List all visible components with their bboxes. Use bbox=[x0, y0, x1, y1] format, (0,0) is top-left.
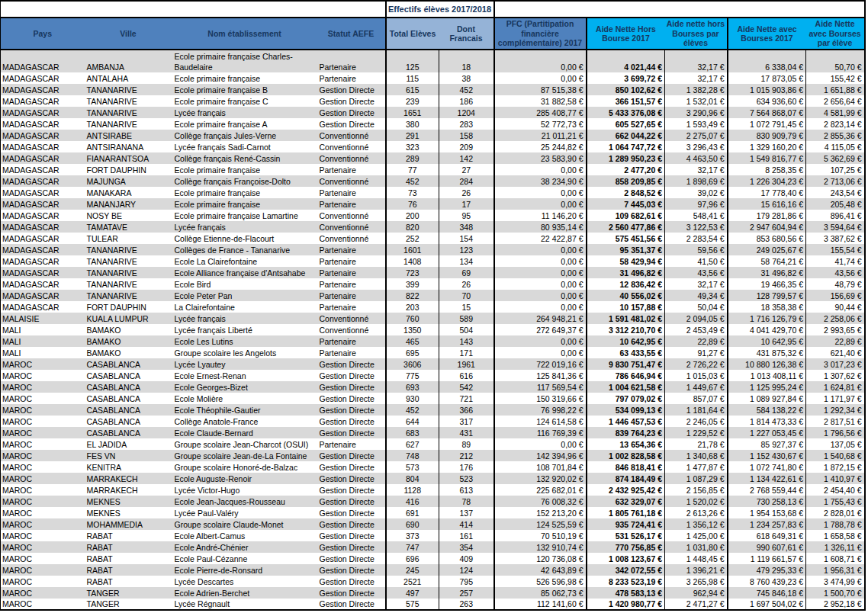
cell-aide-hors-par-eleve[interactable]: 50,04 € bbox=[665, 301, 728, 313]
cell-dont-francais[interactable]: 414 bbox=[439, 518, 494, 530]
col-header-pays[interactable]: Pays bbox=[1, 18, 85, 50]
cell-aide-hors-par-eleve[interactable]: 4 463,50 € bbox=[665, 152, 728, 164]
cell-pays[interactable]: MADAGASCAR bbox=[1, 175, 85, 187]
cell-nom-etablissement[interactable]: Ecole Paul-Cézanne bbox=[172, 553, 317, 564]
cell-pfc-2017[interactable]: 0,00 € bbox=[494, 301, 587, 313]
cell-pfc-2017[interactable]: 70 510,19 € bbox=[494, 530, 587, 541]
cell-ville[interactable]: RABAT bbox=[85, 541, 172, 553]
cell-total-eleves[interactable]: 289 bbox=[386, 152, 439, 164]
cell-pfc-2017[interactable]: 0,00 € bbox=[494, 187, 587, 198]
cell-nom-etablissement[interactable]: Groupe scolaire Jean-Charcot (OSUI) bbox=[172, 438, 317, 450]
cell-dont-francais[interactable]: 137 bbox=[439, 507, 494, 518]
cell-aide-nette-hors-bourse[interactable]: 935 724,41 € bbox=[587, 518, 665, 530]
cell-aide-hors-par-eleve[interactable]: 1 477,87 € bbox=[665, 461, 728, 473]
cell-nom-etablissement[interactable]: Ecole Adrien-Berchet bbox=[172, 587, 317, 599]
cell-nom-etablissement[interactable]: Ecole Alliance française d'Antsahabe bbox=[172, 267, 317, 278]
cell-dont-francais[interactable]: 123 bbox=[439, 244, 494, 255]
cell-aide-avec-par-eleve[interactable]: 41,74 € bbox=[806, 255, 865, 267]
cell-pays[interactable]: MADAGASCAR bbox=[1, 141, 85, 152]
cell-aide-nette-avec-bourses[interactable]: 10 642,95 € bbox=[728, 335, 806, 347]
cell-aide-nette-avec-bourses[interactable]: 1 013 408,11 € bbox=[728, 370, 806, 381]
cell-aide-avec-par-eleve[interactable]: 3 017,23 € bbox=[806, 358, 865, 370]
cell-nom-etablissement[interactable]: Groupe scolaire Claude-Monet bbox=[172, 518, 317, 530]
cell-nom-etablissement[interactable]: Ecole primaire française bbox=[172, 198, 317, 210]
cell-pfc-2017[interactable]: 0,00 € bbox=[494, 347, 587, 358]
cell-statut-aefe[interactable]: Gestion Directe bbox=[317, 587, 386, 599]
cell-aide-nette-hors-bourse[interactable]: 109 682,61 € bbox=[587, 210, 665, 221]
cell-aide-avec-par-eleve[interactable]: 107,25 € bbox=[806, 164, 865, 175]
cell-pays[interactable]: MAROC bbox=[1, 484, 85, 496]
cell-pays[interactable]: MAROC bbox=[1, 576, 85, 587]
cell-pfc-2017[interactable]: 0,00 € bbox=[494, 164, 587, 175]
cell-pfc-2017[interactable]: 42 643,89 € bbox=[494, 564, 587, 576]
cell-aide-nette-avec-bourses[interactable]: 479 295,33 € bbox=[728, 564, 806, 576]
cell-aide-avec-par-eleve[interactable]: 43,56 € bbox=[806, 267, 865, 278]
cell-aide-nette-avec-bourses[interactable]: 1 125 995,24 € bbox=[728, 381, 806, 393]
cell-pfc-2017[interactable]: 116 769,39 € bbox=[494, 427, 587, 438]
cell-pays[interactable]: MADAGASCAR bbox=[1, 107, 85, 118]
cell-aide-avec-par-eleve[interactable]: 1 796,56 € bbox=[806, 427, 865, 438]
cell-aide-avec-par-eleve[interactable]: 5 362,69 € bbox=[806, 152, 865, 164]
cell-ville[interactable]: TANANARIVE bbox=[85, 95, 172, 107]
cell-statut-aefe[interactable]: Partenaire bbox=[317, 187, 386, 198]
cell-nom-etablissement[interactable]: Groupe scolaire Jean-de-La Fontaine bbox=[172, 450, 317, 461]
cell-pays[interactable]: MADAGASCAR bbox=[1, 50, 85, 72]
cell-ville[interactable]: EL JADIDA bbox=[85, 438, 172, 450]
cell-dont-francais[interactable]: 158 bbox=[439, 130, 494, 141]
cell-dont-francais[interactable]: 70 bbox=[439, 290, 494, 301]
cell-aide-hors-par-eleve[interactable]: 1 425,00 € bbox=[665, 530, 728, 541]
cell-aide-avec-par-eleve[interactable]: 2 656,64 € bbox=[806, 95, 865, 107]
cell-aide-nette-hors-bourse[interactable]: 605 527,65 € bbox=[587, 118, 665, 130]
cell-aide-nette-avec-bourses[interactable]: 1 134 422,61 € bbox=[728, 473, 806, 484]
cell-ville[interactable]: FORT DAUPHIN bbox=[85, 164, 172, 175]
cell-total-eleves[interactable]: 465 bbox=[386, 335, 439, 347]
cell-statut-aefe[interactable]: Partenaire bbox=[317, 244, 386, 255]
cell-pfc-2017[interactable]: 142 394,96 € bbox=[494, 450, 587, 461]
cell-aide-hors-par-eleve[interactable]: 1 181,64 € bbox=[665, 404, 728, 416]
cell-dont-francais[interactable]: 523 bbox=[439, 473, 494, 484]
cell-ville[interactable]: ANTALAHA bbox=[85, 72, 172, 84]
cell-dont-francais[interactable]: 18 bbox=[439, 50, 494, 72]
cell-aide-hors-par-eleve[interactable]: 22,89 € bbox=[665, 335, 728, 347]
cell-pfc-2017[interactable]: 22 422,87 € bbox=[494, 233, 587, 244]
cell-nom-etablissement[interactable]: Collèges de France - Tananarive bbox=[172, 244, 317, 255]
cell-pfc-2017[interactable]: 132 920,02 € bbox=[494, 473, 587, 484]
cell-ville[interactable]: KENITRA bbox=[85, 461, 172, 473]
col-header-total-eleves[interactable]: Total Elèves bbox=[386, 18, 439, 50]
cell-total-eleves[interactable]: 930 bbox=[386, 393, 439, 404]
cell-statut-aefe[interactable]: Conventionné bbox=[317, 210, 386, 221]
cell-aide-nette-hors-bourse[interactable]: 874 184,49 € bbox=[587, 473, 665, 484]
cell-aide-nette-hors-bourse[interactable]: 2 432 925,42 € bbox=[587, 484, 665, 496]
cell-dont-francais[interactable]: 409 bbox=[439, 553, 494, 564]
cell-pays[interactable]: MADAGASCAR bbox=[1, 278, 85, 290]
cell-nom-etablissement[interactable]: Lycée français bbox=[172, 107, 317, 118]
cell-aide-nette-avec-bourses[interactable]: 1 954 153,68 € bbox=[728, 507, 806, 518]
cell-aide-hors-par-eleve[interactable]: 91,27 € bbox=[665, 347, 728, 358]
cell-aide-avec-par-eleve[interactable]: 4 115,05 € bbox=[806, 141, 865, 152]
cell-aide-nette-avec-bourses[interactable]: 7 564 868,07 € bbox=[728, 107, 806, 118]
cell-aide-hors-par-eleve[interactable]: 2 275,07 € bbox=[665, 130, 728, 141]
cell-aide-nette-hors-bourse[interactable]: 850 102,62 € bbox=[587, 84, 665, 95]
cell-aide-avec-par-eleve[interactable]: 1 410,97 € bbox=[806, 473, 865, 484]
cell-pfc-2017[interactable]: 0,00 € bbox=[494, 72, 587, 84]
cell-dont-francais[interactable]: 795 bbox=[439, 576, 494, 587]
cell-statut-aefe[interactable]: Gestion Directe bbox=[317, 496, 386, 507]
cell-aide-nette-avec-bourses[interactable]: 17 778,40 € bbox=[728, 187, 806, 198]
cell-aide-nette-avec-bourses[interactable]: 10 880 126,38 € bbox=[728, 358, 806, 370]
cell-dont-francais[interactable]: 143 bbox=[439, 335, 494, 347]
cell-total-eleves[interactable]: 125 bbox=[386, 50, 439, 72]
cell-total-eleves[interactable]: 115 bbox=[386, 72, 439, 84]
cell-total-eleves[interactable]: 2521 bbox=[386, 576, 439, 587]
cell-statut-aefe[interactable]: Partenaire bbox=[317, 198, 386, 210]
cell-aide-nette-hors-bourse[interactable]: 9 830 751,47 € bbox=[587, 358, 665, 370]
cell-total-eleves[interactable]: 373 bbox=[386, 530, 439, 541]
cell-aide-avec-par-eleve[interactable]: 2 993,65 € bbox=[806, 324, 865, 335]
cell-pfc-2017[interactable]: 76 998,22 € bbox=[494, 404, 587, 416]
cell-nom-etablissement[interactable]: Lycée français bbox=[172, 313, 317, 324]
cell-dont-francais[interactable]: 154 bbox=[439, 233, 494, 244]
cell-pays[interactable]: MADAGASCAR bbox=[1, 267, 85, 278]
cell-statut-aefe[interactable]: Gestion Directe bbox=[317, 564, 386, 576]
cell-total-eleves[interactable]: 452 bbox=[386, 404, 439, 416]
cell-aide-nette-avec-bourses[interactable]: 15 616,16 € bbox=[728, 198, 806, 210]
cell-total-eleves[interactable]: 291 bbox=[386, 130, 439, 141]
